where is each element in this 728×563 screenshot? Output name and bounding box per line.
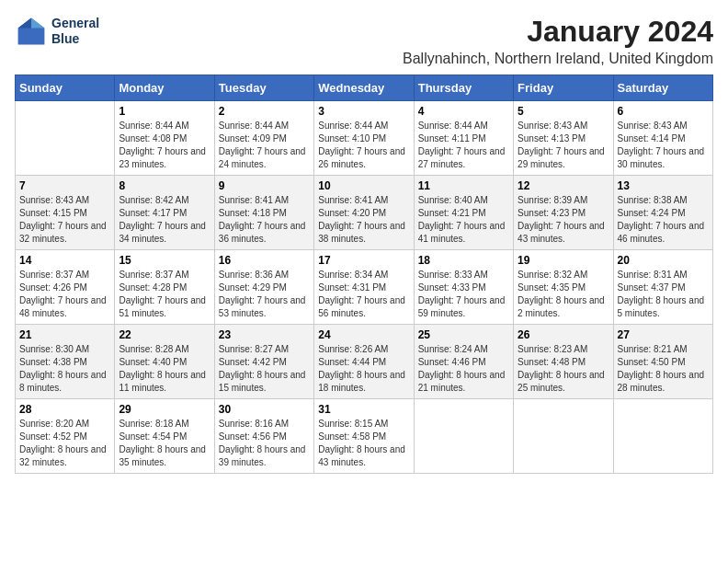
day-info: Sunrise: 8:24 AMSunset: 4:46 PMDaylight:… xyxy=(418,343,509,395)
weekday-header: Friday xyxy=(514,75,613,101)
day-info: Sunrise: 8:44 AMSunset: 4:09 PMDaylight:… xyxy=(219,120,310,171)
calendar-cell: 28Sunrise: 8:20 AMSunset: 4:52 PMDayligh… xyxy=(16,399,115,474)
day-number: 1 xyxy=(119,105,210,118)
day-number: 12 xyxy=(518,179,609,192)
calendar-cell: 27Sunrise: 8:21 AMSunset: 4:50 PMDayligh… xyxy=(613,325,712,399)
calendar-cell: 29Sunrise: 8:18 AMSunset: 4:54 PMDayligh… xyxy=(115,399,214,474)
day-info: Sunrise: 8:34 AMSunset: 4:31 PMDaylight:… xyxy=(318,269,409,320)
logo-line1: General xyxy=(51,16,99,30)
calendar-week-row: 21Sunrise: 8:30 AMSunset: 4:38 PMDayligh… xyxy=(16,325,713,399)
day-number: 26 xyxy=(518,328,609,341)
day-number: 11 xyxy=(418,179,509,192)
calendar-week-row: 28Sunrise: 8:20 AMSunset: 4:52 PMDayligh… xyxy=(16,399,713,474)
calendar-cell: 16Sunrise: 8:36 AMSunset: 4:29 PMDayligh… xyxy=(214,250,313,325)
svg-marker-2 xyxy=(18,18,31,29)
day-number: 13 xyxy=(618,179,709,192)
day-number: 5 xyxy=(518,105,609,118)
day-number: 4 xyxy=(418,105,509,118)
calendar-cell xyxy=(414,399,513,474)
calendar-cell xyxy=(16,101,115,176)
day-info: Sunrise: 8:41 AMSunset: 4:20 PMDaylight:… xyxy=(318,194,409,246)
calendar-cell: 13Sunrise: 8:38 AMSunset: 4:24 PMDayligh… xyxy=(613,176,712,250)
day-number: 6 xyxy=(618,105,709,118)
page-header: General Blue January 2024 Ballynahinch, … xyxy=(15,15,713,67)
weekday-header: Sunday xyxy=(16,75,115,101)
day-info: Sunrise: 8:15 AMSunset: 4:58 PMDaylight:… xyxy=(318,418,409,469)
calendar-cell: 7Sunrise: 8:43 AMSunset: 4:15 PMDaylight… xyxy=(16,176,115,250)
day-info: Sunrise: 8:36 AMSunset: 4:29 PMDaylight:… xyxy=(219,269,310,320)
day-info: Sunrise: 8:28 AMSunset: 4:40 PMDaylight:… xyxy=(119,343,210,395)
day-info: Sunrise: 8:37 AMSunset: 4:26 PMDaylight:… xyxy=(19,269,110,320)
logo-icon xyxy=(15,15,48,48)
calendar-cell: 31Sunrise: 8:15 AMSunset: 4:58 PMDayligh… xyxy=(314,399,414,474)
calendar-cell: 11Sunrise: 8:40 AMSunset: 4:21 PMDayligh… xyxy=(414,176,513,250)
day-info: Sunrise: 8:42 AMSunset: 4:17 PMDaylight:… xyxy=(119,194,210,246)
weekday-header: Monday xyxy=(115,75,214,101)
day-info: Sunrise: 8:43 AMSunset: 4:13 PMDaylight:… xyxy=(518,120,609,171)
day-number: 15 xyxy=(119,254,210,267)
day-info: Sunrise: 8:38 AMSunset: 4:24 PMDaylight:… xyxy=(618,194,709,246)
day-number: 17 xyxy=(318,254,409,267)
day-info: Sunrise: 8:40 AMSunset: 4:21 PMDaylight:… xyxy=(418,194,509,246)
day-info: Sunrise: 8:44 AMSunset: 4:08 PMDaylight:… xyxy=(119,120,210,171)
day-info: Sunrise: 8:26 AMSunset: 4:44 PMDaylight:… xyxy=(318,343,409,395)
day-info: Sunrise: 8:32 AMSunset: 4:35 PMDaylight:… xyxy=(518,269,609,320)
logo: General Blue xyxy=(15,15,99,48)
day-info: Sunrise: 8:44 AMSunset: 4:10 PMDaylight:… xyxy=(318,120,409,171)
day-info: Sunrise: 8:20 AMSunset: 4:52 PMDaylight:… xyxy=(19,418,110,469)
calendar-cell xyxy=(613,399,712,474)
calendar-cell: 22Sunrise: 8:28 AMSunset: 4:40 PMDayligh… xyxy=(115,325,214,399)
calendar-week-row: 14Sunrise: 8:37 AMSunset: 4:26 PMDayligh… xyxy=(16,250,713,325)
day-info: Sunrise: 8:44 AMSunset: 4:11 PMDaylight:… xyxy=(418,120,509,171)
day-info: Sunrise: 8:43 AMSunset: 4:15 PMDaylight:… xyxy=(19,194,110,246)
day-number: 18 xyxy=(418,254,509,267)
weekday-header: Tuesday xyxy=(214,75,313,101)
calendar-cell: 4Sunrise: 8:44 AMSunset: 4:11 PMDaylight… xyxy=(414,101,513,176)
calendar-cell: 23Sunrise: 8:27 AMSunset: 4:42 PMDayligh… xyxy=(214,325,313,399)
svg-marker-1 xyxy=(31,18,44,29)
day-info: Sunrise: 8:27 AMSunset: 4:42 PMDaylight:… xyxy=(219,343,310,395)
weekday-header-row: SundayMondayTuesdayWednesdayThursdayFrid… xyxy=(16,75,713,101)
day-number: 14 xyxy=(19,254,110,267)
day-info: Sunrise: 8:16 AMSunset: 4:56 PMDaylight:… xyxy=(219,418,310,469)
location-subtitle: Ballynahinch, Northern Ireland, United K… xyxy=(403,51,713,67)
calendar-cell: 9Sunrise: 8:41 AMSunset: 4:18 PMDaylight… xyxy=(214,176,313,250)
day-number: 2 xyxy=(219,105,310,118)
day-number: 19 xyxy=(518,254,609,267)
day-number: 29 xyxy=(119,403,210,416)
calendar-cell xyxy=(514,399,613,474)
calendar-cell: 8Sunrise: 8:42 AMSunset: 4:17 PMDaylight… xyxy=(115,176,214,250)
logo-line2: Blue xyxy=(51,31,79,46)
day-number: 9 xyxy=(219,179,310,192)
day-number: 22 xyxy=(119,328,210,341)
day-number: 30 xyxy=(219,403,310,416)
calendar-cell: 14Sunrise: 8:37 AMSunset: 4:26 PMDayligh… xyxy=(16,250,115,325)
logo-text: General Blue xyxy=(51,16,99,47)
day-number: 31 xyxy=(318,403,409,416)
calendar-cell: 3Sunrise: 8:44 AMSunset: 4:10 PMDaylight… xyxy=(314,101,414,176)
weekday-header: Thursday xyxy=(414,75,513,101)
day-number: 20 xyxy=(618,254,709,267)
day-number: 27 xyxy=(618,328,709,341)
weekday-header: Saturday xyxy=(613,75,712,101)
day-number: 7 xyxy=(19,179,110,192)
weekday-header: Wednesday xyxy=(314,75,414,101)
day-number: 10 xyxy=(318,179,409,192)
calendar-cell: 6Sunrise: 8:43 AMSunset: 4:14 PMDaylight… xyxy=(613,101,712,176)
calendar-cell: 20Sunrise: 8:31 AMSunset: 4:37 PMDayligh… xyxy=(613,250,712,325)
day-info: Sunrise: 8:39 AMSunset: 4:23 PMDaylight:… xyxy=(518,194,609,246)
day-info: Sunrise: 8:18 AMSunset: 4:54 PMDaylight:… xyxy=(119,418,210,469)
day-info: Sunrise: 8:30 AMSunset: 4:38 PMDaylight:… xyxy=(19,343,110,395)
calendar-cell: 19Sunrise: 8:32 AMSunset: 4:35 PMDayligh… xyxy=(514,250,613,325)
day-number: 28 xyxy=(19,403,110,416)
calendar-table: SundayMondayTuesdayWednesdayThursdayFrid… xyxy=(15,75,713,474)
day-number: 3 xyxy=(318,105,409,118)
calendar-cell: 15Sunrise: 8:37 AMSunset: 4:28 PMDayligh… xyxy=(115,250,214,325)
calendar-cell: 24Sunrise: 8:26 AMSunset: 4:44 PMDayligh… xyxy=(314,325,414,399)
day-info: Sunrise: 8:21 AMSunset: 4:50 PMDaylight:… xyxy=(618,343,709,395)
day-number: 16 xyxy=(219,254,310,267)
day-info: Sunrise: 8:31 AMSunset: 4:37 PMDaylight:… xyxy=(618,269,709,320)
day-number: 23 xyxy=(219,328,310,341)
day-number: 21 xyxy=(19,328,110,341)
day-info: Sunrise: 8:43 AMSunset: 4:14 PMDaylight:… xyxy=(618,120,709,171)
